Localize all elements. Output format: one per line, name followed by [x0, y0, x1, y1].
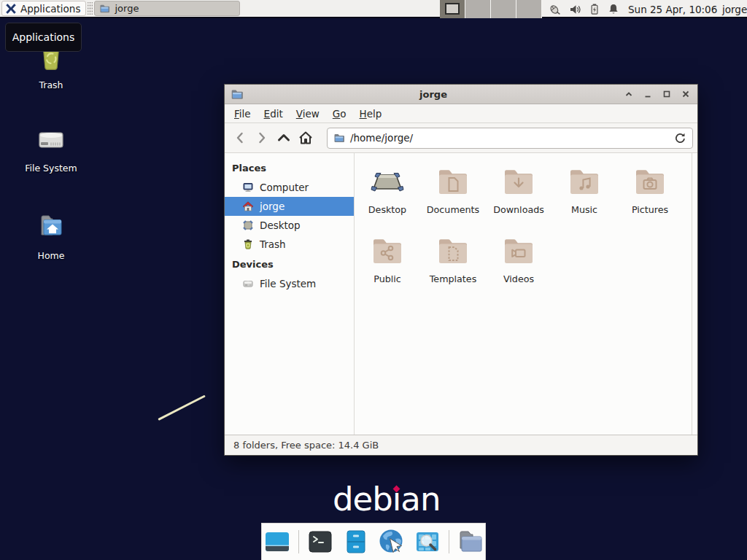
web-browser-globe-icon — [377, 527, 406, 556]
file-item-videos[interactable]: Videos — [486, 234, 551, 284]
file-item-desktop[interactable]: Desktop — [355, 165, 420, 215]
file-item-templates[interactable]: Templates — [420, 234, 486, 284]
desktop-icon — [242, 219, 254, 231]
dock-separator — [298, 530, 299, 553]
reload-icon[interactable] — [674, 132, 686, 144]
dock-terminal[interactable] — [306, 527, 335, 556]
file-manager-window: jorge File Edit View Go Help — [224, 84, 698, 456]
file-cabinet-icon — [342, 528, 370, 556]
chevron-left-icon — [233, 131, 247, 145]
status-text: 8 folders, Free space: 14.4 GiB — [233, 440, 379, 451]
debian-i-red-dot: ı — [392, 480, 401, 518]
scrollbar-track[interactable] — [692, 153, 697, 435]
forward-button[interactable] — [251, 127, 273, 149]
home-icon — [298, 130, 314, 146]
folder-pictures-icon — [632, 165, 667, 200]
workspace-switcher[interactable] — [440, 0, 542, 18]
statusbar: 8 folders, Free space: 14.4 GiB — [225, 435, 697, 455]
terminal-icon — [306, 528, 334, 556]
close-button[interactable] — [680, 88, 692, 100]
folder-music-icon — [567, 165, 602, 200]
dock-web-browser[interactable] — [377, 527, 406, 556]
menu-view[interactable]: View — [290, 105, 326, 122]
sidebar-item-jorge[interactable]: jorge — [225, 197, 354, 216]
dock-show-desktop[interactable] — [263, 527, 292, 556]
home-button[interactable] — [295, 127, 317, 149]
sidebar-item-file-system[interactable]: File System — [225, 274, 354, 293]
dock-separator — [449, 530, 449, 553]
back-button[interactable] — [229, 127, 251, 149]
trash-icon — [242, 238, 254, 250]
applications-menu-label: Applications — [20, 3, 80, 15]
menu-go[interactable]: Go — [326, 105, 353, 122]
file-list-area[interactable]: Desktop Documents Downloads Music Pictur… — [355, 153, 697, 435]
maximize-button[interactable] — [661, 88, 673, 100]
xfce-applications-icon — [5, 3, 17, 15]
minimize-button[interactable] — [642, 88, 654, 100]
file-item-pictures[interactable]: Pictures — [617, 165, 683, 215]
titlebar[interactable]: jorge — [225, 85, 697, 104]
chevron-right-icon — [255, 131, 269, 145]
file-item-music[interactable]: Music — [551, 165, 617, 215]
workspace-2[interactable] — [465, 0, 491, 18]
desktop-icon-label: File System — [25, 163, 77, 174]
folder-public-icon — [370, 234, 405, 269]
file-manager-folder-icon — [456, 528, 485, 556]
menu-edit[interactable]: Edit — [258, 105, 290, 122]
panel-username: jorge — [722, 0, 747, 18]
panel-separator-handle — [88, 2, 93, 15]
bottom-dock — [261, 523, 486, 560]
mouse-icon[interactable] — [547, 3, 561, 15]
home-icon — [242, 201, 254, 212]
menu-file[interactable]: File — [228, 105, 258, 122]
desktop-icon — [370, 165, 405, 200]
menu-help[interactable]: Help — [353, 105, 389, 122]
path-input[interactable]: /home/jorge/ — [350, 132, 669, 144]
volume-icon[interactable] — [569, 4, 581, 15]
window-folder-icon — [231, 88, 244, 101]
applications-menu-button[interactable]: Applications — [1, 1, 86, 16]
top-panel: Applications jorge — [0, 0, 747, 18]
window-title: jorge — [249, 89, 617, 100]
show-desktop-icon — [263, 528, 291, 556]
workspace-3[interactable] — [491, 0, 516, 18]
desktop-icon-file-system[interactable]: File System — [16, 122, 86, 174]
application-finder-icon — [414, 528, 441, 556]
places-header: Places — [225, 158, 354, 178]
file-item-public[interactable]: Public — [355, 234, 420, 284]
workspace-window-preview — [445, 3, 460, 15]
dock-file-cabinet[interactable] — [341, 527, 371, 556]
folder-documents-icon — [436, 165, 471, 200]
shade-button[interactable] — [623, 88, 635, 100]
workspace-1[interactable] — [440, 0, 465, 18]
sidebar-item-desktop[interactable]: Desktop — [225, 216, 354, 235]
chevron-up-icon — [276, 131, 292, 145]
location-bar[interactable]: /home/jorge/ — [327, 128, 693, 149]
file-item-documents[interactable]: Documents — [420, 165, 486, 215]
desktop-scratch-line — [158, 394, 206, 420]
folder-downloads-icon — [501, 165, 536, 200]
folder-templates-icon — [436, 234, 471, 269]
taskbar-window-button[interactable]: jorge — [94, 1, 240, 16]
desktop-icon-label: Home — [38, 250, 65, 261]
up-button[interactable] — [273, 127, 295, 149]
toolbar: /home/jorge/ — [225, 123, 697, 153]
sidebar-item-trash[interactable]: Trash — [225, 235, 354, 254]
file-item-downloads[interactable]: Downloads — [486, 165, 551, 215]
system-tray — [547, 0, 619, 18]
dock-file-manager[interactable] — [456, 527, 485, 556]
hard-drive-icon — [34, 122, 69, 158]
debian-wordmark: debıan — [333, 480, 440, 518]
battery-icon[interactable] — [589, 3, 600, 15]
notifications-bell-icon[interactable] — [608, 3, 619, 15]
workspace-4[interactable] — [516, 0, 542, 18]
menubar: File Edit View Go Help — [225, 104, 697, 123]
panel-clock[interactable]: Sun 25 Apr, 10:06 — [628, 0, 717, 18]
desktop-icon-home[interactable]: Home — [16, 210, 86, 261]
applications-tooltip: Applications — [5, 23, 82, 52]
folder-icon — [333, 132, 345, 144]
dock-app-finder[interactable] — [413, 527, 442, 556]
sidebar-item-computer[interactable]: Computer — [225, 178, 354, 197]
hard-drive-icon — [242, 278, 254, 289]
folder-videos-icon — [501, 234, 536, 269]
